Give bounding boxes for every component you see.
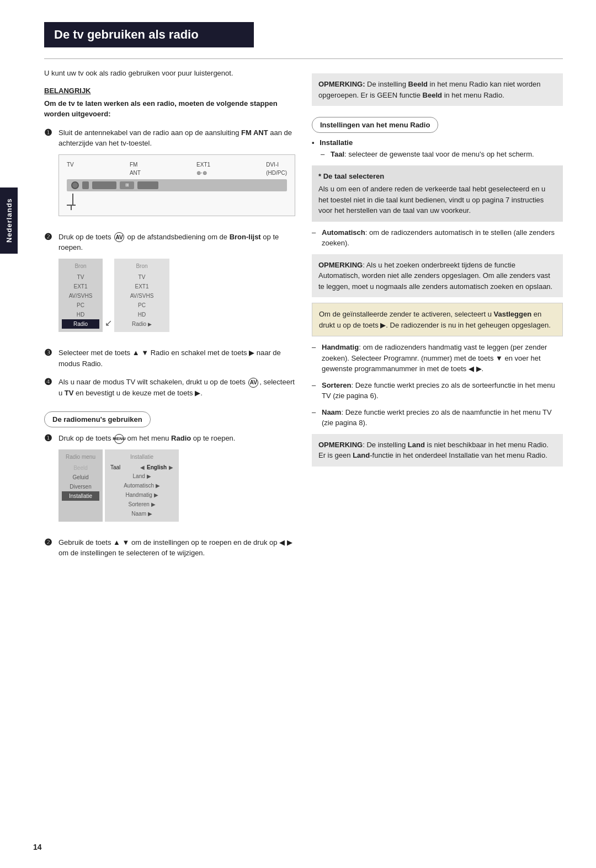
vastleggen-text-before: Om de geïnstalleerde zender te activeren… <box>319 310 494 318</box>
label-ext1: EXT1⊕·⊕ <box>196 160 210 177</box>
menu-circle: MENU <box>114 434 124 444</box>
taal-label: Taal <box>110 463 138 471</box>
step-4-number: ❹ <box>44 377 54 387</box>
opmerking-1-text3: in het menu Radio. <box>442 91 504 99</box>
label-tv: TV <box>67 160 74 177</box>
step-1: ❶ Sluit de antennekabel van de radio aan… <box>44 127 295 224</box>
radio-right-handmatig: Handmatig ▶ <box>110 490 173 500</box>
radio-step-1-number: ❶ <box>44 433 54 443</box>
step-1-content: Sluit de antennekabel van de radio aan o… <box>58 127 295 224</box>
page-title: De tv gebruiken als radio <box>44 22 254 47</box>
taal-dash-item: – Taal: selecteer de gewenste taal voor … <box>321 149 563 160</box>
sorteren-dash: – <box>312 380 318 401</box>
naam-dash: – <box>312 407 318 428</box>
radio-menu-right-panel: Installatie Taal ◀ English ▶ Land ▶ Auto… <box>105 449 179 522</box>
star-box: * De taal selecteren Als u om een of and… <box>312 165 563 222</box>
radio-item-geluid: Geluid <box>63 473 98 482</box>
port-fm <box>82 181 89 189</box>
handmatig-item: – Handmatig: om de radiozenders handmati… <box>312 342 563 374</box>
sidebar-language-tab: Nederlands <box>0 187 18 254</box>
radio-menu-left-panel: Radio menu Beeld Geluid Diversen Install… <box>58 449 103 522</box>
connector-labels: TV FMANT EXT1⊕·⊕ DVI-I(HD/PC) <box>67 160 287 177</box>
src-item-ext1-2: EXT1 <box>120 282 164 291</box>
radio-step-2-content: Gebruik de toets ▲ ▼ om de instellingen … <box>58 537 295 559</box>
radio-left-title: Radio menu <box>63 453 98 461</box>
opmerking-3-text3: -functie in het onderdeel Installatie va… <box>370 451 547 459</box>
src-item-radio1: Radio <box>62 319 99 329</box>
source-menu-right: Bron TV EXT1 AV/SVHS PC HD Radio ▶ <box>114 259 169 333</box>
radio-step-1-content: Druk op de toets MENU om het menu Radio … <box>58 433 235 529</box>
label-dvi: DVI-I(HD/PC) <box>266 160 287 177</box>
radio-right-sorteren: Sorteren ▶ <box>110 500 173 509</box>
vastleggen-bold: Vastleggen <box>494 310 532 318</box>
automatisch-dash: – <box>312 227 318 249</box>
step-2-content: Druk op de toets AV op de afstandsbedien… <box>58 232 295 340</box>
port-75ohm <box>71 181 79 189</box>
port-dvi <box>137 181 158 189</box>
installatie-section: • Installatie – Taal: selecteer de gewen… <box>312 138 563 160</box>
opmerking-2-label: OPMERKING <box>318 261 363 269</box>
automatisch-item: – Automatisch: om de radiozenders automa… <box>312 227 563 249</box>
vastleggen-box: Om de geïnstalleerde zender te activeren… <box>312 303 563 336</box>
opmerking-2-box: OPMERKING: Als u het zoeken onderbreekt … <box>312 254 563 298</box>
source-menu-diagram: Bron TV EXT1 AV/SVHS PC HD Radio ↙ Bron … <box>58 259 295 333</box>
sorteren-text: Sorteren: Deze functie werkt precies zo … <box>322 380 563 401</box>
opmerking-3-label: OPMERKING <box>318 441 363 449</box>
src-item-pc2: PC <box>120 301 164 310</box>
radio-step-1: ❶ Druk op de toets MENU om het menu Radi… <box>44 433 295 529</box>
belangrijk-body: Om de tv te laten werken als een radio, … <box>44 98 295 120</box>
step-2-number: ❷ <box>44 232 54 242</box>
handmatig-dash: – <box>312 342 318 374</box>
main-content: U kunt uw tv ook als radio gebruiken voo… <box>44 68 563 566</box>
opmerking-3-bold1: Land <box>408 441 425 449</box>
instellingen-section-box: Instellingen van het menu Radio <box>312 117 438 133</box>
installatie-label: Installatie <box>320 138 353 147</box>
radio-right-naam: Naam ▶ <box>110 509 173 518</box>
installatie-title: • Installatie <box>312 138 563 147</box>
src-item-hd1: HD <box>64 310 97 319</box>
connector-diagram: TV FMANT EXT1⊕·⊕ DVI-I(HD/PC) ⊞ <box>58 154 295 216</box>
src-item-avsvhs2: AV/SVHS <box>120 291 164 301</box>
step-4: ❹ Als u naar de modus TV wilt schakelen,… <box>44 377 295 398</box>
step-4-content: Als u naar de modus TV wilt schakelen, d… <box>58 377 295 398</box>
radio-item-beeld: Beeld <box>63 463 98 473</box>
radio-step-2-number: ❷ <box>44 537 54 548</box>
sorteren-item: – Sorteren: Deze functie werkt precies z… <box>312 380 563 401</box>
star-title: * De taal selecteren <box>318 171 556 182</box>
opmerking-1-box: OPMERKING: De instelling Beeld in het me… <box>312 73 563 106</box>
step-2: ❷ Druk op de toets AV op de afstandsbedi… <box>44 232 295 340</box>
radio-right-title: Installatie <box>110 453 173 461</box>
av-circle-1: AV <box>114 232 124 242</box>
intro-text: U kunt uw tv ook als radio gebruiken voo… <box>44 68 295 79</box>
naam-text: Naam: Deze functie werkt precies zo als … <box>322 407 563 428</box>
opmerking-1-text: De instelling <box>365 80 408 88</box>
step-3-content: Selecteer met de toets ▲ ▼ Radio en scha… <box>58 347 295 369</box>
src-item-tv2: TV <box>120 272 164 282</box>
opmerking-1-bold2: Beeld <box>423 91 442 99</box>
src-arrow: ↙ <box>105 317 112 330</box>
automatisch-text: Automatisch: om de radiozenders automati… <box>322 227 563 249</box>
taal-text: Taal: selecteer de gewenste taal voor de… <box>331 149 534 160</box>
opmerking-1-bold1: Beeld <box>408 80 428 88</box>
source-right-title: Bron <box>120 262 164 270</box>
title-divider <box>44 58 563 59</box>
src-item-hd2: HD <box>120 310 164 319</box>
opmerking-3-text: : De instelling <box>363 441 408 449</box>
step-3: ❸ Selecteer met de toets ▲ ▼ Radio en sc… <box>44 347 295 369</box>
radio-item-diversen: Diversen <box>63 482 98 491</box>
opmerking-1-label: OPMERKING: <box>318 80 365 88</box>
left-column: U kunt uw tv ook als radio gebruiken voo… <box>44 68 295 566</box>
taal-row: Taal ◀ English ▶ <box>110 463 173 471</box>
radio-right-automatisch: Automatisch ▶ <box>110 481 173 490</box>
radio-step-2: ❷ Gebruik de toets ▲ ▼ om de instellinge… <box>44 537 295 559</box>
src-item-tv1: TV <box>64 272 97 282</box>
right-column: OPMERKING: De instelling Beeld in het me… <box>312 68 563 566</box>
belangrijk-label: BELANGRIJK <box>44 87 295 95</box>
label-fm: FMANT <box>130 160 141 177</box>
taal-value: English <box>147 463 167 471</box>
radio-menu-section-box: De radiomenu's gebruiken <box>44 411 151 427</box>
src-item-radio2: Radio ▶ <box>120 319 164 329</box>
port-ext1 <box>92 181 116 189</box>
step-1-number: ❶ <box>44 127 54 138</box>
handmatig-text: Handmatig: om de radiozenders handmatig … <box>322 342 563 374</box>
